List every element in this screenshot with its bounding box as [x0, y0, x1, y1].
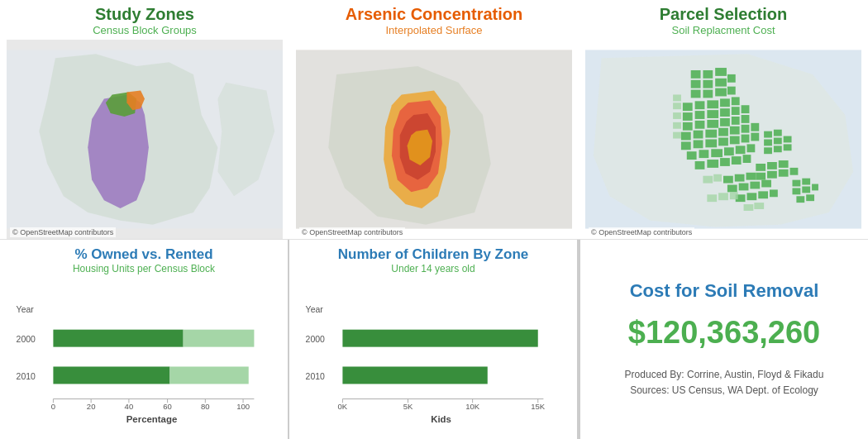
parcel-map: © OpenStreetMap contributors	[585, 40, 861, 239]
svg-rect-11	[703, 90, 713, 98]
svg-rect-34	[718, 128, 728, 136]
svg-rect-100	[754, 203, 764, 209]
svg-rect-5	[715, 68, 727, 76]
svg-rect-32	[694, 131, 703, 139]
svg-rect-49	[736, 146, 746, 154]
svg-rect-35	[730, 126, 740, 135]
children-bar-label-2000: 2000	[306, 335, 325, 344]
study-zones-map: © OpenStreetMap contributors	[7, 40, 283, 239]
svg-rect-61	[764, 147, 772, 154]
study-zones-svg	[7, 40, 283, 239]
svg-rect-70	[790, 168, 799, 175]
svg-rect-30	[742, 115, 750, 123]
svg-rect-99	[744, 204, 754, 211]
svg-text:20: 20	[87, 402, 96, 411]
svg-rect-93	[673, 132, 681, 139]
children-y-label: Year	[306, 305, 324, 314]
parcel-subtitle: Soil Replacment Cost	[672, 24, 775, 36]
study-zones-panel: Study Zones Census Block Groups © OpenSt…	[0, 0, 289, 240]
svg-rect-83	[802, 179, 810, 185]
children-x-label: Kids	[431, 414, 451, 424]
cost-panel: Cost for Soil Removal $120,363,260 Produ…	[579, 240, 868, 439]
cost-value: $120,363,260	[628, 315, 820, 351]
owned-rented-panel: % Owned vs. Rented Housing Units per Cen…	[0, 240, 289, 439]
children-zone-title: Number of Children By Zone	[299, 246, 567, 263]
children-zone-subtitle: Under 14 years old	[299, 263, 567, 274]
svg-rect-62	[774, 146, 782, 152]
svg-rect-71	[723, 176, 733, 184]
svg-rect-47	[711, 149, 723, 157]
svg-rect-85	[802, 186, 810, 193]
children-zone-chart: Year 2000 2010 0K 5K 10K 15K	[299, 279, 567, 436]
parcel-title: Parcel Selection	[660, 5, 788, 24]
svg-rect-10	[691, 90, 701, 98]
svg-rect-52	[707, 160, 718, 168]
svg-rect-87	[796, 196, 804, 203]
children-bar-label-2010: 2010	[306, 372, 325, 381]
svg-rect-20	[695, 111, 705, 119]
svg-rect-31	[681, 132, 691, 141]
svg-rect-17	[720, 98, 730, 107]
arsenic-osm-credit: © OpenStreetMap contributors	[299, 227, 405, 237]
svg-rect-41	[718, 138, 728, 146]
owned-rented-svg: Year 2000 2010 0 20 40 60 80	[10, 279, 278, 436]
svg-rect-9	[727, 74, 736, 83]
svg-rect-39	[694, 140, 703, 148]
svg-rect-42	[730, 136, 740, 145]
parcel-svg	[585, 40, 861, 239]
svg-rect-57	[774, 130, 782, 136]
arsenic-svg	[296, 40, 572, 239]
owned-rented-title: % Owned vs. Rented	[10, 246, 278, 263]
svg-rect-19	[683, 112, 693, 121]
svg-rect-46	[699, 150, 709, 158]
svg-rect-96	[707, 194, 717, 202]
parcel-osm-credit: © OpenStreetMap contributors	[589, 227, 694, 237]
study-zones-title: Study Zones	[95, 5, 194, 24]
svg-rect-92	[673, 122, 681, 129]
svg-text:100: 100	[236, 402, 250, 411]
svg-rect-58	[764, 140, 772, 146]
svg-rect-51	[695, 161, 705, 169]
y-axis-label: Year	[17, 305, 35, 314]
arsenic-subtitle: Interpolated Surface	[385, 24, 482, 36]
study-zones-osm-credit: © OpenStreetMap contributors	[10, 227, 116, 237]
svg-rect-68	[767, 171, 777, 179]
cost-credits-line1: Produced By: Corrine, Austin, Floyd & Fi…	[625, 367, 824, 383]
cost-credits: Produced By: Corrine, Austin, Floyd & Fi…	[625, 367, 824, 398]
svg-rect-90	[673, 103, 681, 109]
svg-rect-12	[715, 88, 727, 97]
svg-rect-21	[707, 110, 718, 118]
svg-rect-82	[793, 180, 801, 187]
svg-rect-26	[695, 121, 705, 129]
svg-rect-6	[691, 80, 701, 88]
svg-rect-64	[756, 164, 765, 171]
svg-rect-95	[713, 174, 722, 182]
arsenic-title: Arsenic Concentration	[346, 5, 522, 24]
children-bar-2010	[342, 366, 487, 384]
svg-rect-67	[756, 173, 765, 180]
svg-rect-50	[746, 144, 755, 152]
svg-rect-48	[724, 147, 734, 155]
svg-rect-94	[703, 176, 713, 184]
study-zones-subtitle: Census Block Groups	[93, 24, 197, 36]
children-zone-panel: Number of Children By Zone Under 14 year…	[289, 240, 579, 439]
bar-label-2000: 2000	[17, 335, 36, 344]
svg-rect-91	[673, 112, 681, 119]
svg-rect-29	[732, 117, 740, 125]
children-svg: Year 2000 2010 0K 5K 10K 15K	[299, 279, 567, 436]
bar-2010-light	[169, 366, 248, 384]
svg-text:15K: 15K	[531, 402, 546, 411]
arsenic-panel: Arsenic Concentration Interpolated Surfa…	[289, 0, 579, 240]
x-axis-title: Percentage	[126, 414, 178, 424]
svg-rect-4	[703, 70, 713, 79]
bar-2010-dark	[53, 366, 169, 384]
svg-rect-98	[730, 192, 738, 199]
svg-rect-76	[750, 182, 760, 189]
arsenic-map: © OpenStreetMap contributors	[296, 40, 572, 239]
svg-rect-80	[758, 191, 768, 198]
svg-rect-65	[767, 162, 777, 169]
svg-rect-66	[779, 160, 789, 168]
svg-rect-53	[720, 158, 730, 166]
svg-text:0: 0	[51, 402, 55, 411]
svg-rect-40	[705, 140, 717, 148]
